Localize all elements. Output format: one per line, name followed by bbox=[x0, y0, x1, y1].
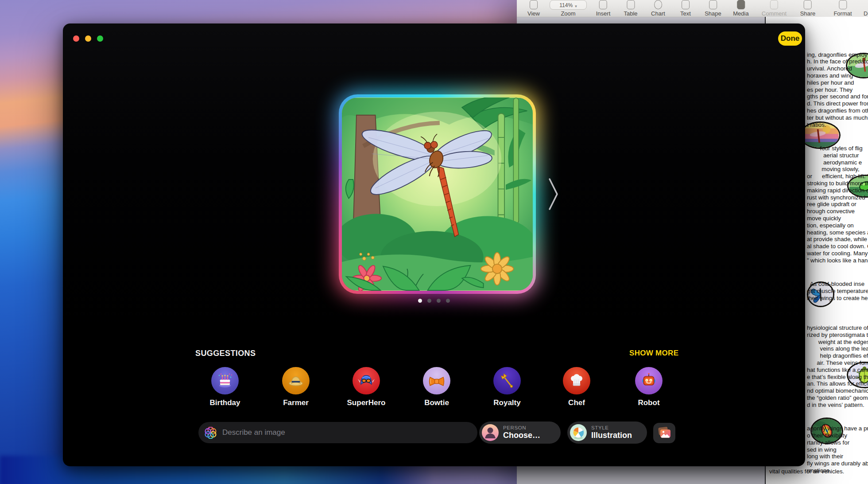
chart-icon bbox=[654, 0, 662, 9]
toolbar-label: Text bbox=[680, 10, 691, 17]
carousel-dot-active[interactable] bbox=[418, 299, 422, 303]
suggestion-label: Chef bbox=[550, 398, 603, 407]
bowtie-icon bbox=[423, 367, 450, 394]
chevron-down-icon: ▾ bbox=[575, 4, 577, 8]
carousel-dots[interactable] bbox=[63, 299, 805, 303]
chef-hat-icon bbox=[563, 367, 590, 394]
suggestions-title: SUGGESTIONS bbox=[195, 349, 256, 358]
media-icon bbox=[737, 0, 745, 9]
toolbar-label: Document bbox=[864, 10, 868, 17]
style-value: Illustration bbox=[591, 431, 632, 440]
zoom-value: 114% bbox=[559, 2, 573, 8]
toolbar-label: Chart bbox=[651, 10, 665, 17]
toolbar-label: Table bbox=[624, 10, 637, 17]
carousel-dot[interactable] bbox=[446, 299, 450, 303]
prompt-input[interactable] bbox=[221, 428, 471, 437]
carousel-dot[interactable] bbox=[427, 299, 431, 303]
toolbar-label: Share bbox=[800, 10, 816, 17]
table-icon bbox=[627, 0, 635, 9]
prompt-field[interactable] bbox=[198, 422, 477, 443]
farmer-hat-icon bbox=[282, 367, 310, 394]
style-beachball-icon bbox=[570, 424, 587, 441]
toolbar-label: Format bbox=[833, 10, 852, 17]
suggestion-farmer[interactable]: Farmer bbox=[269, 367, 322, 407]
suggestion-label: Robot bbox=[622, 398, 675, 407]
toolbar-label: Zoom bbox=[561, 10, 575, 17]
suggestion-bowtie[interactable]: Bowtie bbox=[410, 367, 463, 407]
toolbar-text-button[interactable]: Text bbox=[680, 0, 691, 17]
document-paragraph: four styles of flig aerial structur aero… bbox=[807, 145, 868, 264]
document-paragraph: As cold-blooded inse ght muscle temperat… bbox=[807, 281, 868, 301]
carousel-dot[interactable] bbox=[437, 299, 441, 303]
suggestion-label: Royalty bbox=[480, 398, 534, 407]
superhero-mask-icon bbox=[353, 367, 380, 394]
photos-icon bbox=[657, 426, 672, 440]
toolbar-media-button[interactable]: Media bbox=[733, 0, 748, 17]
document-paragraph: hysiological structure of th rized by pt… bbox=[807, 324, 868, 409]
suggestion-label: Bowtie bbox=[410, 398, 463, 407]
share-icon bbox=[804, 0, 812, 9]
next-image-button[interactable] bbox=[548, 178, 559, 211]
suggestion-superhero[interactable]: SuperHero bbox=[340, 367, 393, 407]
suggestion-robot[interactable]: Robot bbox=[622, 367, 675, 407]
style-kicker: STYLE bbox=[591, 425, 632, 431]
document-paragraph: ing, dragonflies employ m h. In the face… bbox=[807, 51, 868, 129]
zoom-window-button[interactable] bbox=[97, 35, 103, 42]
toolbar-share-button[interactable]: Share bbox=[800, 0, 816, 17]
image-playground-window: Done bbox=[63, 23, 805, 466]
toolbar-format-button[interactable]: Format bbox=[833, 0, 852, 17]
person-kicker: PERSON bbox=[503, 425, 540, 431]
shape-icon bbox=[709, 0, 717, 9]
pages-toolbar: View 114%▾Zoom Insert Table Chart Text S… bbox=[517, 0, 868, 17]
view-icon bbox=[530, 0, 538, 9]
royal-scepter-icon bbox=[493, 367, 521, 394]
toolbar-zoom-button[interactable]: 114%▾Zoom bbox=[550, 0, 587, 17]
person-value: Choose… bbox=[503, 431, 540, 440]
insert-icon bbox=[599, 0, 607, 9]
suggestion-birthday[interactable]: Birthday bbox=[198, 367, 252, 407]
toolbar-document-button[interactable]: Document bbox=[864, 0, 868, 17]
suggestion-label: Birthday bbox=[198, 398, 252, 407]
toolbar-insert-button[interactable]: Insert bbox=[596, 0, 611, 17]
screen: View 114%▾Zoom Insert Table Chart Text S… bbox=[0, 0, 868, 484]
document-paragraph: agonfly wings have a prote o their flexi… bbox=[807, 425, 868, 474]
toolbar-comment-button[interactable]: Comment bbox=[762, 0, 787, 17]
person-picker-button[interactable]: PERSON Choose… bbox=[479, 422, 561, 444]
close-window-button[interactable] bbox=[73, 35, 79, 42]
window-controls bbox=[73, 35, 103, 42]
dragonfly-illustration bbox=[342, 98, 533, 291]
toolbar-label: Media bbox=[733, 10, 748, 17]
person-avatar-icon bbox=[482, 424, 499, 441]
suggestion-royalty[interactable]: Royalty bbox=[480, 367, 534, 407]
done-button[interactable]: Done bbox=[778, 31, 802, 46]
toolbar-table-button[interactable]: Table bbox=[624, 0, 637, 17]
document-text: ing, dragonflies employ m h. In the face… bbox=[807, 37, 868, 484]
comment-icon bbox=[770, 0, 778, 9]
zoom-level-dropdown[interactable]: 114%▾ bbox=[550, 0, 587, 10]
robot-icon bbox=[635, 367, 663, 394]
toolbar-label: Shape bbox=[705, 10, 721, 17]
photo-picker-button[interactable] bbox=[653, 423, 675, 443]
style-picker-button[interactable]: STYLE Illustration bbox=[567, 422, 647, 444]
toolbar-chart-button[interactable]: Chart bbox=[651, 0, 665, 17]
toolbar-label: View bbox=[527, 10, 540, 17]
text-icon bbox=[682, 0, 690, 9]
toolbar-label: Comment bbox=[762, 10, 787, 17]
minimize-window-button[interactable] bbox=[85, 35, 91, 42]
format-icon bbox=[839, 0, 847, 9]
toolbar-shape-button[interactable]: Shape bbox=[705, 0, 721, 17]
suggestion-label: Farmer bbox=[269, 398, 322, 407]
toolbar-view-button[interactable]: View bbox=[527, 0, 540, 17]
suggestion-chef[interactable]: Chef bbox=[550, 367, 603, 407]
show-more-button[interactable]: SHOW MORE bbox=[629, 349, 678, 358]
birthday-cake-icon bbox=[211, 367, 239, 394]
toolbar-label: Insert bbox=[596, 10, 611, 17]
generated-image-card[interactable] bbox=[339, 94, 536, 294]
suggestion-label: SuperHero bbox=[340, 398, 393, 407]
apple-intelligence-icon bbox=[205, 427, 217, 439]
document-last-line: vital qualities for air vehicles. bbox=[769, 468, 844, 475]
